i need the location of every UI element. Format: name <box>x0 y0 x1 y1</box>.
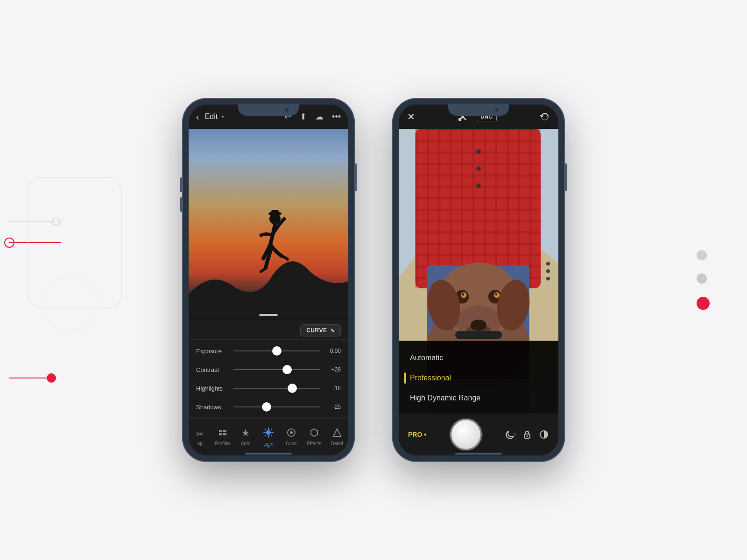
camera-image-area: Automatic Professional High Dynamic Rang… <box>399 129 558 413</box>
toolbar-item-profiles[interactable]: Profiles <box>211 424 234 450</box>
svg-point-40 <box>476 167 481 171</box>
volume-buttons <box>180 177 182 212</box>
phone-2-speaker-bottom <box>455 453 502 455</box>
svg-marker-15 <box>242 429 249 436</box>
right-decorative-dots <box>697 250 710 310</box>
exposure-icon[interactable] <box>539 429 549 440</box>
toolbar-item-effects[interactable]: Effects <box>303 424 325 450</box>
contrast-slider-row: Contrast +28 <box>196 360 341 379</box>
svg-point-52 <box>462 294 465 296</box>
svg-line-22 <box>271 435 272 436</box>
dropdown-item-automatic[interactable]: Automatic <box>410 348 547 368</box>
svg-text:W: W <box>514 433 515 438</box>
svg-rect-13 <box>219 433 222 435</box>
crop-label: op <box>197 441 203 446</box>
highlights-slider-row: Highlights +18 <box>196 379 341 398</box>
contrast-thumb[interactable] <box>282 365 292 374</box>
phone-2-screen: ✕ DNG <box>399 105 558 455</box>
light-active-dot <box>268 446 269 448</box>
right-dot-2 <box>697 273 707 284</box>
camera-close-icon[interactable]: ✕ <box>407 111 415 122</box>
color-icon <box>287 428 296 440</box>
svg-rect-10 <box>271 210 279 215</box>
notch-camera <box>285 108 289 112</box>
svg-point-16 <box>266 430 271 435</box>
detail-icon <box>332 428 342 440</box>
contrast-label: Contrast <box>196 366 230 373</box>
pro-mode-button[interactable]: PRO ▾ <box>408 431 426 438</box>
exposure-track[interactable] <box>233 350 320 351</box>
hdr-label: High Dynamic Range <box>410 394 480 402</box>
selected-indicator <box>404 372 406 384</box>
svg-point-41 <box>476 183 481 188</box>
camera-bottom-icons: W <box>505 429 549 440</box>
phone-1: ‹ Edit ▾ ↩ ⬆ ☁ ••• <box>182 98 355 462</box>
highlights-track[interactable] <box>233 388 320 389</box>
edit-title-dropdown-icon[interactable]: ▾ <box>221 113 224 120</box>
highlights-label: Highlights <box>196 385 230 392</box>
svg-point-60 <box>527 435 528 437</box>
notch-2 <box>448 104 509 116</box>
svg-rect-14 <box>223 433 226 435</box>
share-icon[interactable]: ⬆ <box>300 112 307 122</box>
svg-line-23 <box>271 429 272 430</box>
svg-rect-56 <box>455 331 502 339</box>
dropdown-item-professional[interactable]: Professional <box>410 368 547 388</box>
effects-icon <box>310 428 319 440</box>
exposure-label: Exposure <box>196 348 230 355</box>
more-icon[interactable]: ••• <box>332 112 341 122</box>
camera-dropdown: Automatic Professional High Dynamic Rang… <box>399 341 558 413</box>
curve-button[interactable]: CURVE ∿ <box>300 324 341 336</box>
volume-down-button <box>180 197 182 212</box>
toolbar-item-detail[interactable]: Detail <box>325 424 348 450</box>
svg-point-3 <box>52 218 60 225</box>
svg-marker-28 <box>333 429 341 436</box>
svg-rect-12 <box>223 430 226 432</box>
contrast-track[interactable] <box>233 369 320 370</box>
phone-2: ✕ DNG <box>392 98 565 462</box>
exposure-thumb[interactable] <box>272 346 282 356</box>
lock-icon[interactable] <box>522 429 532 440</box>
curve-section: CURVE ∿ <box>189 320 348 340</box>
shadows-slider-row: Shadows -25 <box>196 398 341 416</box>
phones-container: ‹ Edit ▾ ↩ ⬆ ☁ ••• <box>182 98 565 462</box>
phone-1-screen: ‹ Edit ▾ ↩ ⬆ ☁ ••• <box>189 105 348 455</box>
shadows-track[interactable] <box>233 406 320 407</box>
back-icon[interactable]: ‹ <box>196 112 199 122</box>
dropdown-item-hdr[interactable]: High Dynamic Range <box>410 388 547 408</box>
highlights-thumb[interactable] <box>288 384 297 393</box>
toolbar-item-color[interactable]: Color <box>280 424 303 450</box>
effects-label: Effects <box>307 441 321 446</box>
side-dots-menu[interactable] <box>546 262 550 280</box>
pro-label: PRO <box>408 431 422 438</box>
cloud-icon[interactable]: ☁ <box>315 112 324 122</box>
toolbar-item-light[interactable]: Light <box>257 424 280 450</box>
bottom-toolbar: ✂ op P <box>189 418 348 455</box>
shutter-button[interactable] <box>451 420 480 449</box>
svg-point-26 <box>290 431 293 434</box>
camera-flip-icon[interactable] <box>540 112 550 122</box>
light-icon <box>263 427 274 440</box>
svg-rect-6 <box>28 177 121 308</box>
toolbar-item-crop[interactable]: ✂ op <box>189 425 211 450</box>
right-dot-3 <box>697 297 710 310</box>
pro-chevron-icon: ▾ <box>424 432 426 437</box>
svg-point-47 <box>471 320 486 331</box>
curve-label: CURVE <box>306 327 327 334</box>
exposure-value: 0.00 <box>324 348 341 354</box>
svg-line-21 <box>265 429 266 430</box>
side-dot-3 <box>546 277 550 280</box>
svg-line-24 <box>265 435 266 436</box>
contrast-value: +28 <box>324 366 341 373</box>
edit-title: Edit <box>205 112 218 121</box>
auto-icon <box>241 428 250 440</box>
notch-camera-2 <box>495 108 499 112</box>
toolbar-item-auto[interactable]: Auto <box>234 424 257 450</box>
svg-point-53 <box>495 294 497 296</box>
night-mode-icon[interactable]: W <box>505 429 515 440</box>
color-label: Color <box>286 441 297 446</box>
side-dot-1 <box>546 262 550 266</box>
highlights-value: +18 <box>324 385 341 392</box>
svg-point-1 <box>5 238 14 247</box>
shadows-thumb[interactable] <box>262 402 271 412</box>
